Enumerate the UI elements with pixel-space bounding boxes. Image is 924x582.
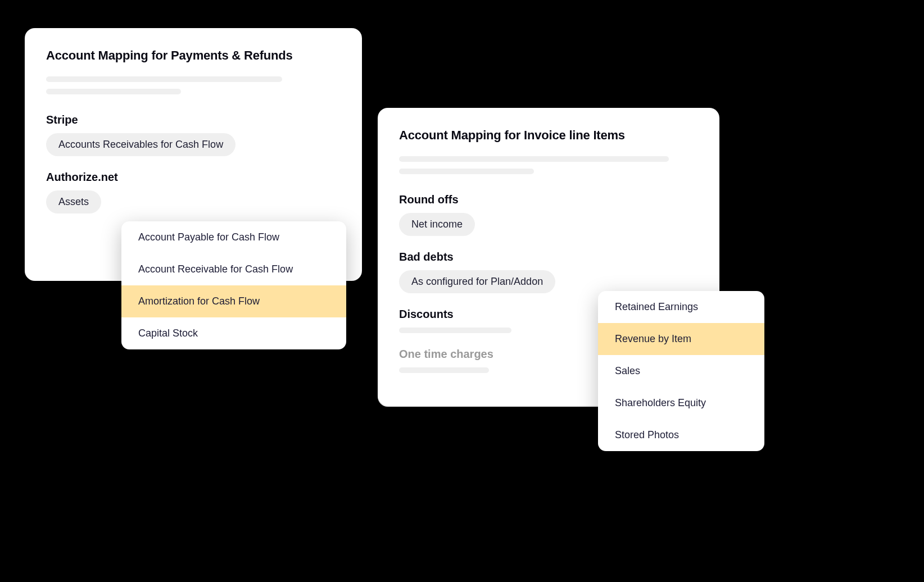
section-label-authorize: Authorize.net [46, 171, 341, 184]
menu-item-amortization[interactable]: Amortization for Cash Flow [121, 285, 346, 317]
roundoffs-pill[interactable]: Net income [399, 213, 475, 236]
skeleton-line [399, 169, 534, 174]
menu-item-account-receivable[interactable]: Account Receivable for Cash Flow [121, 253, 346, 285]
skeleton-line [399, 156, 669, 162]
skeleton-description [46, 76, 341, 94]
authorize-account-pill[interactable]: Assets [46, 190, 101, 213]
menu-item-revenue-by-item[interactable]: Revenue by Item [598, 323, 764, 355]
menu-item-stored-photos[interactable]: Stored Photos [598, 419, 764, 451]
menu-item-account-payable[interactable]: Account Payable for Cash Flow [121, 221, 346, 253]
section-label-roundoffs: Round offs [399, 193, 698, 206]
section-label-stripe: Stripe [46, 113, 341, 126]
liabilities-dropdown-menu: Account Payable for Cash Flow Account Re… [121, 221, 346, 349]
skeleton-description [399, 156, 698, 174]
skeleton-line [46, 89, 181, 94]
menu-item-capital-stock[interactable]: Capital Stock [121, 317, 346, 349]
onetime-placeholder [399, 367, 489, 373]
skeleton-line [46, 76, 282, 82]
menu-item-retained-earnings[interactable]: Retained Earnings [598, 291, 764, 323]
payments-card-title: Account Mapping for Payments & Refunds [46, 48, 341, 63]
revenue-dropdown-menu: Retained Earnings Revenue by Item Sales … [598, 291, 764, 451]
discounts-placeholder [399, 328, 511, 333]
menu-item-sales[interactable]: Sales [598, 355, 764, 387]
menu-item-shareholders-equity[interactable]: Shareholders Equity [598, 387, 764, 419]
section-label-baddebts: Bad debts [399, 251, 698, 263]
stripe-account-pill[interactable]: Accounts Receivables for Cash Flow [46, 133, 235, 156]
baddebts-pill[interactable]: As configured for Plan/Addon [399, 270, 555, 293]
invoice-card-title: Account Mapping for Invoice line Items [399, 128, 698, 143]
